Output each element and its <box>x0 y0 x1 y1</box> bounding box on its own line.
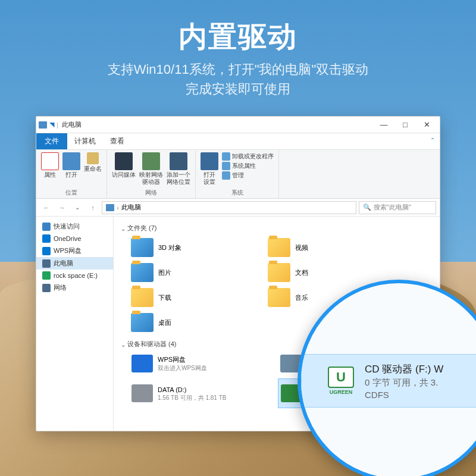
ribbon-uninstall[interactable]: 卸载或更改程序 <box>222 152 274 161</box>
folder-label: 桌面 <box>158 318 171 327</box>
ribbon-map-drive-label: 映射网络 驱动器 <box>139 171 163 186</box>
hero-subtitle: 支持Win10/11系统，打开"我的电脑"双击驱动 完成安装即可使用 <box>0 60 476 99</box>
drives-header-label: 设备和驱动器 (4) <box>127 340 177 349</box>
folder-item[interactable]: 3D 对象 <box>129 236 248 259</box>
tab-computer[interactable]: 计算机 <box>67 133 103 149</box>
address-separator: › <box>117 204 119 211</box>
minimize-button[interactable]: — <box>373 118 394 132</box>
ribbon-properties[interactable]: 属性 <box>41 152 59 178</box>
sidebar-icon <box>42 223 51 231</box>
sidebar-label: 此电脑 <box>54 259 73 268</box>
folder-item[interactable]: 视频 <box>266 236 385 259</box>
nav-up[interactable]: ↑ <box>86 201 99 214</box>
ribbon-add-location-label: 添加一个 网络位置 <box>167 171 190 186</box>
sidebar-label: rock space (E:) <box>54 272 98 279</box>
nav-forward[interactable]: → <box>55 201 68 214</box>
sidebar-icon <box>42 271 51 280</box>
zoom-sub1: 0 字节 可用，共 3. <box>365 377 443 389</box>
folder-icon <box>131 313 154 332</box>
search-placeholder: 搜索"此电脑" <box>374 203 411 212</box>
sidebar-label: 快速访问 <box>54 222 80 231</box>
drive-title: WPS网盘 <box>158 355 207 364</box>
sidebar-item-5[interactable]: 网络 <box>36 281 113 294</box>
drive-info: DATA (D:)1.56 TB 可用，共 1.81 TB <box>158 386 226 402</box>
ribbon-rename[interactable]: 重命名 <box>84 152 102 173</box>
ribbon-map-drive[interactable]: 映射网络 驱动器 <box>139 152 163 186</box>
ribbon-group-location: 属性 打开 重命名 位置 <box>36 150 107 198</box>
sidebar-item-4[interactable]: rock space (E:) <box>36 270 113 281</box>
sidebar-icon <box>42 247 51 255</box>
ribbon-open-label: 打开 <box>65 171 77 178</box>
folder-label: 图片 <box>158 268 171 277</box>
drive-sub: 双击进入WPS网盘 <box>158 364 207 372</box>
hero-title: 内置驱动 <box>0 18 476 56</box>
folder-item[interactable]: 桌面 <box>129 311 248 334</box>
ribbon-access-media[interactable]: 访问媒体 <box>112 152 136 178</box>
ribbon-open[interactable]: 打开 <box>62 152 80 178</box>
chevron-down-icon <box>121 225 126 232</box>
ribbon-system-props[interactable]: 系统属性 <box>222 162 274 170</box>
sysprops-icon <box>222 162 230 170</box>
close-button[interactable]: ✕ <box>416 118 437 132</box>
nav-sidebar: 快速访问OneDriveWPS网盘此电脑rock space (E:)网络 <box>36 217 114 431</box>
hero-subtitle-line2: 完成安装即可使用 <box>0 79 476 99</box>
ribbon-manage[interactable]: 管理 <box>222 171 274 180</box>
folder-icon <box>131 263 154 282</box>
sidebar-item-0[interactable]: 快速访问 <box>36 220 113 233</box>
folders-header-label: 文件夹 (7) <box>127 224 157 233</box>
maximize-button[interactable]: □ <box>394 118 416 132</box>
search-field[interactable]: 🔍 搜索"此电脑" <box>359 201 436 214</box>
ribbon-group-network-label: 网络 <box>112 189 190 197</box>
folder-label: 文档 <box>295 268 308 277</box>
nav-back[interactable]: ← <box>40 201 53 214</box>
ribbon-open-settings[interactable]: 打开 设置 <box>201 152 218 186</box>
folder-icon <box>268 238 290 257</box>
ugreen-brand: UGREEN <box>325 389 356 395</box>
sidebar-item-3[interactable]: 此电脑 <box>36 257 113 270</box>
sidebar-label: 网络 <box>54 283 67 292</box>
qat-pin-icon[interactable]: ◥ <box>49 121 54 129</box>
nav-history[interactable] <box>71 201 84 214</box>
zoom-drive-item[interactable]: U UGREEN CD 驱动器 (F:) W 0 字节 可用，共 3. CDFS <box>301 354 476 408</box>
zoom-text: CD 驱动器 (F:) W 0 字节 可用，共 3. CDFS <box>365 362 443 400</box>
ugreen-logo: U <box>328 367 354 388</box>
ribbon-collapse-icon[interactable]: ˆ <box>425 133 440 149</box>
window-titlebar[interactable]: ◥ | 此电脑 — □ ✕ <box>36 117 440 133</box>
drive-info: WPS网盘双击进入WPS网盘 <box>158 355 207 371</box>
ribbon-group-system: 打开 设置 卸载或更改程序 系统属性 管理 系统 <box>196 150 279 198</box>
folder-item[interactable]: 文档 <box>266 261 385 284</box>
tab-view[interactable]: 查看 <box>103 133 131 149</box>
drive-item[interactable]: WPS网盘双击进入WPS网盘 <box>129 352 266 375</box>
ribbon-system-small: 卸载或更改程序 系统属性 管理 <box>222 152 274 180</box>
folder-label: 音乐 <box>295 293 308 302</box>
drive-title: DATA (D:) <box>158 386 226 394</box>
ribbon-open-settings-label: 打开 设置 <box>203 171 215 186</box>
ribbon-group-location-label: 位置 <box>41 189 102 197</box>
folder-label: 视频 <box>295 243 308 252</box>
folder-icon <box>131 238 154 257</box>
folders-header[interactable]: 文件夹 (7) <box>121 224 433 233</box>
window-controls: — □ ✕ <box>373 118 437 132</box>
ribbon-group-network: 访问媒体 映射网络 驱动器 添加一个 网络位置 网络 <box>107 150 196 198</box>
sidebar-item-2[interactable]: WPS网盘 <box>36 245 113 257</box>
ribbon-properties-label: 属性 <box>44 171 56 178</box>
zoom-sub1-b: 可用，共 3. <box>393 377 439 387</box>
pc-icon <box>106 204 114 211</box>
drive-icon <box>131 355 153 372</box>
folder-item[interactable]: 下载 <box>129 286 248 309</box>
zoom-title: CD 驱动器 (F:) W <box>365 362 443 376</box>
tab-file[interactable]: 文件 <box>36 133 67 149</box>
folder-label: 3D 对象 <box>158 243 181 252</box>
ribbon-add-location[interactable]: 添加一个 网络位置 <box>167 152 190 186</box>
sidebar-item-1[interactable]: OneDrive <box>36 233 113 245</box>
drive-item[interactable]: DATA (D:)1.56 TB 可用，共 1.81 TB <box>129 378 266 408</box>
folder-item[interactable]: 图片 <box>129 261 248 284</box>
zoom-sub1-a: 0 字节 <box>365 377 393 387</box>
address-field[interactable]: › 此电脑 <box>102 201 356 214</box>
ribbon-rename-label: 重命名 <box>84 165 102 173</box>
ribbon-tabs: 文件 计算机 查看 ˆ <box>36 133 440 150</box>
search-icon: 🔍 <box>363 203 371 211</box>
sidebar-icon <box>42 234 51 243</box>
ribbon-manage-label: 管理 <box>232 171 244 180</box>
uninstall-icon <box>222 152 230 161</box>
